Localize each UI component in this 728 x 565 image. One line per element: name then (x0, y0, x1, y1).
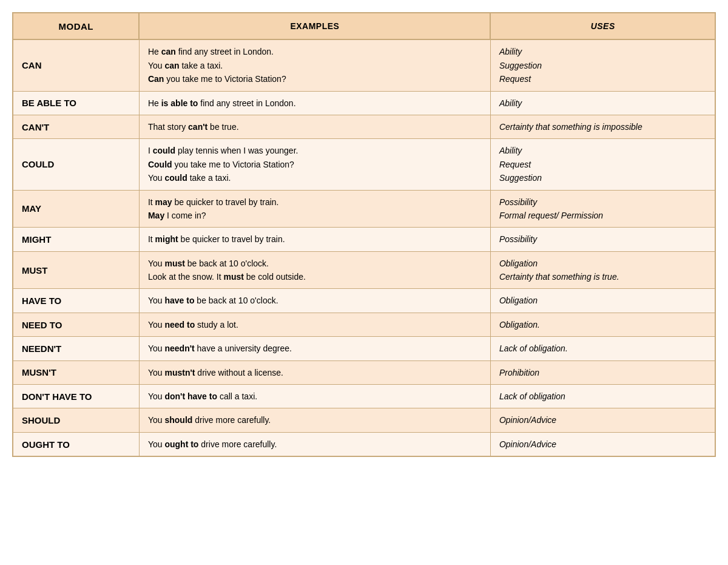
uses-cell: Obligation. (490, 313, 715, 336)
table-row: CANHe can find any street in London.You … (13, 39, 715, 91)
modal-cell: SHOULD (13, 408, 139, 432)
uses-cell: Obligation (490, 289, 715, 313)
examples-cell: He is able to find any street in London. (139, 91, 490, 115)
examples-cell: You ought to drive more carefully. (139, 432, 490, 456)
uses-cell: AbilityRequestSuggestion (490, 139, 715, 190)
uses-cell: Prohibition (490, 360, 715, 384)
modal-verbs-table: MODAL EXAMPLES USES CANHe can find any s… (12, 12, 716, 457)
examples-cell: You have to be back at 10 o'clock. (139, 289, 490, 313)
table-row: OUGHT TOYou ought to drive more carefull… (13, 432, 715, 456)
modal-cell: MAY (13, 190, 139, 228)
modal-cell: HAVE TO (13, 289, 139, 313)
table-row: DON'T HAVE TOYou don't have to call a ta… (13, 385, 715, 408)
table-row: NEED TOYou need to study a lot.Obligatio… (13, 313, 715, 336)
uses-cell: AbilitySuggestionRequest (490, 39, 715, 91)
table-row: BE ABLE TOHe is able to find any street … (13, 91, 715, 115)
uses-cell: Opinion/Advice (490, 432, 715, 456)
header-modal: MODAL (13, 13, 139, 39)
examples-cell: He can find any street in London.You can… (139, 39, 490, 91)
examples-cell: That story can't be true. (139, 115, 490, 138)
modal-cell: DON'T HAVE TO (13, 385, 139, 408)
uses-cell: Certainty that something is impossible (490, 115, 715, 138)
examples-cell: It may be quicker to travel by train.May… (139, 190, 490, 228)
examples-cell: You needn't have a university degree. (139, 337, 490, 360)
uses-cell: Ability (490, 91, 715, 115)
modal-cell: NEEDN'T (13, 337, 139, 360)
examples-cell: I could play tennis when I was younger.C… (139, 139, 490, 190)
uses-cell: Opinion/Advice (490, 408, 715, 432)
modal-cell: OUGHT TO (13, 432, 139, 456)
examples-cell: You must be back at 10 o'clock.Look at t… (139, 251, 490, 289)
table-row: NEEDN'TYou needn't have a university deg… (13, 337, 715, 360)
modal-cell: MIGHT (13, 228, 139, 251)
table-row: MIGHTIt might be quicker to travel by tr… (13, 228, 715, 251)
modal-cell: CAN (13, 39, 139, 91)
modal-cell: MUST (13, 251, 139, 289)
modal-cell: COULD (13, 139, 139, 190)
uses-cell: Lack of obligation. (490, 337, 715, 360)
uses-cell: Lack of obligation (490, 385, 715, 408)
table-row: MUSTYou must be back at 10 o'clock.Look … (13, 251, 715, 289)
table-row: CAN'TThat story can't be true.Certainty … (13, 115, 715, 138)
modal-cell: NEED TO (13, 313, 139, 336)
examples-cell: It might be quicker to travel by train. (139, 228, 490, 251)
header-examples: EXAMPLES (139, 13, 490, 39)
table-row: HAVE TOYou have to be back at 10 o'clock… (13, 289, 715, 313)
table-row: MAYIt may be quicker to travel by train.… (13, 190, 715, 228)
table-row: MUSN'TYou mustn't drive without a licens… (13, 360, 715, 384)
examples-cell: You should drive more carefully. (139, 408, 490, 432)
table-row: SHOULDYou should drive more carefully.Op… (13, 408, 715, 432)
examples-cell: You don't have to call a taxi. (139, 385, 490, 408)
uses-cell: ObligationCertainty that something is tr… (490, 251, 715, 289)
modal-cell: MUSN'T (13, 360, 139, 384)
uses-cell: Possibility (490, 228, 715, 251)
header-uses: USES (490, 13, 715, 39)
table-row: COULDI could play tennis when I was youn… (13, 139, 715, 190)
modal-cell: CAN'T (13, 115, 139, 138)
modal-cell: BE ABLE TO (13, 91, 139, 115)
examples-cell: You need to study a lot. (139, 313, 490, 336)
examples-cell: You mustn't drive without a license. (139, 360, 490, 384)
uses-cell: PossibilityFormal request/ Permission (490, 190, 715, 228)
